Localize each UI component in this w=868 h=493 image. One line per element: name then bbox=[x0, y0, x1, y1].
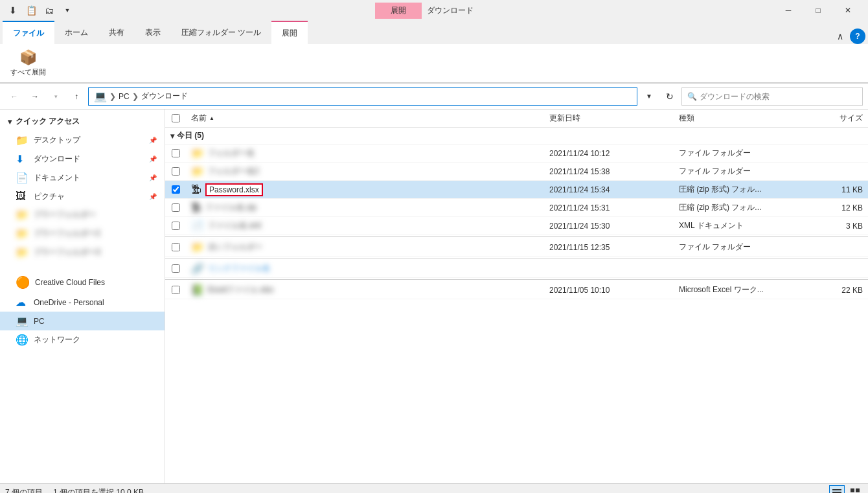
refresh-button[interactable]: ↻ bbox=[661, 87, 679, 106]
row2-name: 🗜 Password.xlsx bbox=[186, 183, 544, 196]
up-button[interactable]: ↑ bbox=[67, 87, 86, 106]
address-path[interactable]: 💻 名前 ❯ PC ❯ ダウンロード bbox=[88, 87, 637, 106]
sidebar-item-onedrive[interactable]: ☁ OneDrive - Personal bbox=[0, 293, 165, 312]
row7-icon: 📗 bbox=[191, 284, 204, 296]
section-today[interactable]: ▾ 今日 (5) bbox=[165, 128, 868, 144]
row3-check[interactable] bbox=[165, 203, 186, 212]
row3-checkbox[interactable] bbox=[172, 203, 180, 212]
row0-name: 📁 フォルダー名 bbox=[186, 147, 544, 159]
file-row-7[interactable]: 📗 Excelファイル.xlsx 2021/11/05 10:10 Micros… bbox=[165, 281, 868, 299]
row5-check[interactable] bbox=[165, 243, 186, 251]
file-row-6[interactable]: 🔗 リンクファイル名 bbox=[165, 260, 868, 278]
pc-sidebar-icon: 💻 bbox=[16, 315, 29, 327]
row4-name: 📄 ファイル名.xml bbox=[186, 220, 544, 232]
row6-check[interactable] bbox=[165, 264, 186, 273]
desktop-icon: 📁 bbox=[16, 134, 29, 146]
row6-name-text: リンクファイル名 bbox=[208, 263, 270, 274]
svg-rect-0 bbox=[832, 489, 841, 490]
sidebar-item-blurred-3[interactable]: 📁 ブラーフォルダー3 bbox=[0, 243, 165, 262]
tab-share[interactable]: 共有 bbox=[98, 21, 135, 44]
column-name[interactable]: 名前 ▲ bbox=[186, 113, 544, 124]
row5-name-text: 古いフォルダー bbox=[208, 242, 262, 253]
sidebar-item-network[interactable]: 🌐 ネットワーク bbox=[0, 330, 165, 349]
row5-icon: 📁 bbox=[191, 241, 204, 253]
file-row-2[interactable]: 🗜 Password.xlsx 2021/11/24 15:34 圧縮 (zip… bbox=[165, 181, 868, 199]
row4-check[interactable] bbox=[165, 222, 186, 230]
file-list: 名前 ▲ 更新日時 種類 サイズ ▾ 今日 (5) 📁 bbox=[165, 109, 868, 483]
select-all-checkbox[interactable] bbox=[172, 114, 180, 122]
row1-date: 2021/11/24 15:38 bbox=[544, 167, 674, 176]
details-view-icon bbox=[832, 488, 842, 494]
sidebar-item-blurred-1[interactable]: 📁 ブラーフォルダー bbox=[0, 205, 165, 224]
file-row-3[interactable]: 🗜 ファイル名.zip 2021/11/24 15:31 圧縮 (zip 形式)… bbox=[165, 199, 868, 217]
sidebar-item-blurred-2[interactable]: 📁 ブラーフォルダー2 bbox=[0, 224, 165, 243]
search-input[interactable] bbox=[700, 92, 857, 101]
sidebar-item-downloads[interactable]: ⬇ ダウンロード 📌 bbox=[0, 150, 165, 168]
svg-rect-5 bbox=[856, 488, 860, 492]
sidebar-item-creative-cloud[interactable]: 🟠 Creative Cloud Files bbox=[0, 272, 165, 293]
minimize-button[interactable]: ─ bbox=[773, 0, 803, 21]
title-bar-center: 展開 ダウンロード bbox=[78, 3, 771, 19]
row2-check[interactable] bbox=[165, 185, 186, 194]
tab-view[interactable]: 表示 bbox=[135, 21, 171, 44]
quick-access-properties[interactable]: 🗂 bbox=[41, 3, 57, 18]
large-icon-view-button[interactable] bbox=[847, 485, 863, 494]
extract-all-button[interactable]: 📦 すべて展開 bbox=[5, 47, 51, 80]
column-date[interactable]: 更新日時 bbox=[544, 113, 674, 124]
tab-compress-tools[interactable]: 圧縮フォルダー ツール bbox=[171, 21, 271, 44]
dropdown-button[interactable]: ▾ bbox=[47, 87, 65, 106]
sidebar-item-desktop[interactable]: 📁 デスクトップ 📌 bbox=[0, 131, 165, 150]
blurred-label-1: ブラーフォルダー bbox=[34, 209, 96, 220]
file-row-5[interactable]: 📁 古いフォルダー 2021/11/15 12:35 ファイル フォルダー bbox=[165, 238, 868, 257]
view-buttons bbox=[829, 485, 863, 494]
selected-info: 1 個の項目を選択 10.0 KB bbox=[53, 487, 144, 493]
file-row-1[interactable]: 📁 フォルダー名2 2021/11/24 15:38 ファイル フォルダー bbox=[165, 163, 868, 181]
address-dropdown-button[interactable]: ▼ bbox=[640, 87, 658, 106]
close-button[interactable]: ✕ bbox=[833, 0, 863, 21]
row1-checkbox[interactable] bbox=[172, 167, 180, 176]
quick-access-undo[interactable]: 📋 bbox=[23, 3, 39, 18]
ribbon-help-button[interactable]: ? bbox=[850, 29, 865, 44]
row1-check[interactable] bbox=[165, 167, 186, 176]
row4-checkbox[interactable] bbox=[172, 222, 180, 230]
row7-check[interactable] bbox=[165, 286, 186, 294]
details-view-button[interactable] bbox=[829, 485, 845, 494]
column-size[interactable]: サイズ bbox=[803, 113, 868, 124]
quick-access-save[interactable]: ⬇ bbox=[5, 3, 21, 18]
status-bar: 7 個の項目 1 個の項目を選択 10.0 KB bbox=[0, 483, 868, 493]
row7-checkbox[interactable] bbox=[172, 286, 180, 294]
main-area: ▾ クイック アクセス 📁 デスクトップ 📌 ⬇ ダウンロード 📌 📄 ドキュメ… bbox=[0, 109, 868, 483]
row2-checkbox[interactable] bbox=[172, 185, 180, 194]
file-row-4[interactable]: 📄 ファイル名.xml 2021/11/24 15:30 XML ドキュメント … bbox=[165, 217, 868, 235]
sidebar-item-pc[interactable]: 💻 PC bbox=[0, 312, 165, 330]
row7-date: 2021/11/05 10:10 bbox=[544, 286, 674, 295]
row3-icon: 🗜 bbox=[191, 202, 201, 214]
tab-home[interactable]: ホーム bbox=[54, 21, 98, 44]
column-type[interactable]: 種類 bbox=[674, 113, 803, 124]
path-sep1: ❯ bbox=[109, 92, 116, 101]
sidebar-item-pictures[interactable]: 🖼 ピクチャ 📌 bbox=[0, 187, 165, 205]
svg-rect-1 bbox=[832, 492, 841, 493]
row0-date: 2021/11/24 10:12 bbox=[544, 149, 674, 158]
tab-extract[interactable]: 展開 bbox=[271, 21, 308, 44]
section-today-label: 今日 (5) bbox=[177, 130, 204, 141]
search-box[interactable]: 🔍 bbox=[681, 87, 863, 106]
row7-size: 22 KB bbox=[803, 286, 868, 295]
row0-checkbox[interactable] bbox=[172, 149, 180, 157]
header-check[interactable] bbox=[165, 114, 186, 122]
qat-dropdown[interactable]: ▼ bbox=[60, 3, 75, 18]
quick-access-header[interactable]: ▾ クイック アクセス bbox=[0, 112, 165, 131]
sidebar-item-documents[interactable]: 📄 ドキュメント 📌 bbox=[0, 168, 165, 187]
row6-checkbox[interactable] bbox=[172, 264, 180, 273]
row4-type: XML ドキュメント bbox=[674, 220, 803, 231]
tab-file[interactable]: ファイル bbox=[3, 21, 54, 44]
extract-all-icon: 📦 bbox=[19, 49, 37, 66]
maximize-button[interactable]: □ bbox=[803, 0, 833, 21]
row7-name: 📗 Excelファイル.xlsx bbox=[186, 284, 544, 296]
file-row-0[interactable]: 📁 フォルダー名 2021/11/24 10:12 ファイル フォルダー bbox=[165, 144, 868, 163]
ribbon-collapse-button[interactable]: ∧ bbox=[833, 30, 847, 43]
row5-checkbox[interactable] bbox=[172, 243, 180, 251]
row0-check[interactable] bbox=[165, 149, 186, 157]
forward-button[interactable]: → bbox=[26, 87, 44, 106]
back-button[interactable]: ← bbox=[5, 87, 23, 106]
